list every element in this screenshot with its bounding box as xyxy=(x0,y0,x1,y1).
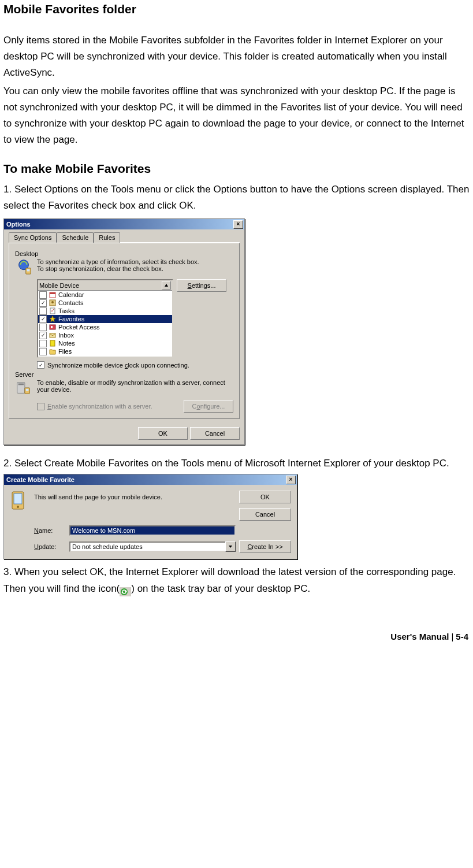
svg-point-7 xyxy=(51,301,54,303)
svg-marker-9 xyxy=(50,316,55,322)
checkbox-inbox[interactable]: ✓ xyxy=(39,332,47,339)
sync-clock-label: Synchronize mobile device clock upon con… xyxy=(47,362,189,369)
svg-rect-13 xyxy=(50,340,55,346)
checkbox-pocket-access[interactable] xyxy=(39,324,47,331)
svg-rect-19 xyxy=(14,494,22,504)
cancel-button[interactable]: Cancel xyxy=(190,427,240,440)
name-field-label: Name: xyxy=(34,527,66,534)
checkbox-contacts[interactable]: ✓ xyxy=(39,299,47,307)
create-in-button[interactable]: Create In >> xyxy=(239,540,291,553)
svg-rect-2 xyxy=(27,269,30,272)
tasks-icon xyxy=(49,307,57,314)
configure-button: Configure... xyxy=(184,400,233,413)
create-fav-cancel-button[interactable]: Cancel xyxy=(239,508,291,521)
server-sync-icon xyxy=(15,379,32,396)
tab-rules[interactable]: Rules xyxy=(94,232,120,243)
desktop-help-line2: To stop synchronization, clear the check… xyxy=(37,265,199,272)
step-3-text-b: ) on the task tray bar of your desktop P… xyxy=(131,583,310,594)
create-favorite-dialog: Create Mobile Favorite × This will send … xyxy=(3,474,297,559)
desktop-sync-icon xyxy=(15,258,32,276)
list-label-calendar: Calendar xyxy=(58,291,84,298)
list-label-inbox: Inbox xyxy=(58,332,74,339)
contacts-icon xyxy=(49,299,57,306)
scroll-up-icon[interactable] xyxy=(162,281,171,290)
checkbox-favorites[interactable]: ✓ xyxy=(39,316,47,323)
list-item-favorites[interactable]: ✓ Favorites xyxy=(38,315,172,323)
notes-icon xyxy=(49,340,57,347)
create-fav-message: This will send the page to your mobile d… xyxy=(34,494,236,500)
options-title: Options xyxy=(6,221,31,228)
pocket-access-icon xyxy=(49,324,57,331)
list-item-files[interactable]: Files xyxy=(38,347,172,355)
checkbox-files[interactable] xyxy=(39,348,47,355)
footer-page-number: 5-4 xyxy=(456,632,468,641)
svg-marker-3 xyxy=(165,284,168,287)
close-icon[interactable]: × xyxy=(233,220,243,229)
tab-schedule[interactable]: Schedule xyxy=(57,232,94,243)
tab-strip: Sync Options Schedule Rules xyxy=(9,232,240,243)
tray-sync-icon xyxy=(120,585,131,595)
list-header-label: Mobile Device xyxy=(39,282,79,289)
tab-sync-options[interactable]: Sync Options xyxy=(9,232,57,243)
page-footer: User's Manual|5-4 xyxy=(3,632,470,641)
options-titlebar: Options × xyxy=(4,219,244,229)
svg-point-20 xyxy=(17,506,19,508)
update-value[interactable] xyxy=(69,541,225,552)
desktop-label: Desktop xyxy=(15,250,233,257)
list-item-notes[interactable]: Notes xyxy=(38,339,172,347)
settings-button[interactable]: Settings... xyxy=(177,279,226,292)
intro-paragraph-1: Only items stored in the Mobile Favorite… xyxy=(3,32,470,81)
list-label-contacts: Contacts xyxy=(58,299,83,306)
name-input[interactable] xyxy=(69,525,236,536)
checkbox-notes[interactable] xyxy=(39,340,47,347)
list-item-pocket-access[interactable]: Pocket Access xyxy=(38,323,172,331)
step-2-text: 2. Select Create Mobile Favorites on the… xyxy=(3,455,470,472)
section-heading: To make Mobile Favorites xyxy=(3,162,470,176)
intro-paragraph-2: You can only view the mobile favorites o… xyxy=(3,83,470,148)
update-dropdown[interactable] xyxy=(69,541,236,552)
list-item-calendar[interactable]: Calendar xyxy=(38,291,172,299)
list-label-pocket-access: Pocket Access xyxy=(58,324,100,331)
step-1-text: 1. Select Options on the Tools menu or c… xyxy=(3,181,470,214)
close-icon[interactable]: × xyxy=(286,476,296,484)
list-item-inbox[interactable]: ✓ Inbox xyxy=(38,331,172,339)
calendar-icon xyxy=(49,291,57,298)
mobile-device-icon xyxy=(10,491,27,511)
checkbox-enable-server xyxy=(37,403,44,410)
list-label-tasks: Tasks xyxy=(58,307,75,314)
list-label-favorites: Favorites xyxy=(58,316,84,322)
inbox-icon xyxy=(49,332,57,339)
svg-rect-11 xyxy=(51,326,53,328)
ok-button[interactable]: OK xyxy=(138,427,188,440)
desktop-help-line1: To synchronize a type of information, se… xyxy=(37,258,199,265)
sync-listbox[interactable]: Mobile Device Calendar xyxy=(37,279,173,358)
checkbox-tasks[interactable] xyxy=(39,307,47,315)
server-label: Server xyxy=(15,371,233,378)
list-label-files: Files xyxy=(58,348,72,355)
list-label-notes: Notes xyxy=(58,340,75,347)
create-fav-title: Create Mobile Favorite xyxy=(6,476,75,483)
enable-server-label: Enable synchronization with a server. xyxy=(47,403,152,410)
page-title: Mobile Favorites folder xyxy=(3,2,470,16)
chevron-down-icon[interactable] xyxy=(225,541,236,552)
footer-manual: User's Manual xyxy=(390,632,449,641)
update-field-label: Update: xyxy=(34,543,66,550)
create-fav-ok-button[interactable]: OK xyxy=(239,491,291,503)
server-help-text: To enable, disable or modify synchroniza… xyxy=(37,379,233,393)
checkbox-calendar[interactable] xyxy=(39,291,47,299)
list-item-contacts[interactable]: ✓ Contacts xyxy=(38,299,172,307)
checkbox-sync-clock[interactable]: ✓ xyxy=(37,361,44,369)
step-3-text: 3. When you select OK, the Internet Expl… xyxy=(3,564,470,596)
svg-rect-17 xyxy=(26,389,29,391)
list-item-tasks[interactable]: Tasks xyxy=(38,307,172,315)
favorites-icon xyxy=(49,316,57,322)
svg-rect-5 xyxy=(50,292,55,294)
svg-rect-15 xyxy=(18,384,24,385)
files-icon xyxy=(49,348,57,355)
create-fav-titlebar: Create Mobile Favorite × xyxy=(4,474,297,485)
options-dialog: Options × Sync Options Schedule Rules De… xyxy=(3,218,245,445)
svg-marker-21 xyxy=(229,546,232,548)
